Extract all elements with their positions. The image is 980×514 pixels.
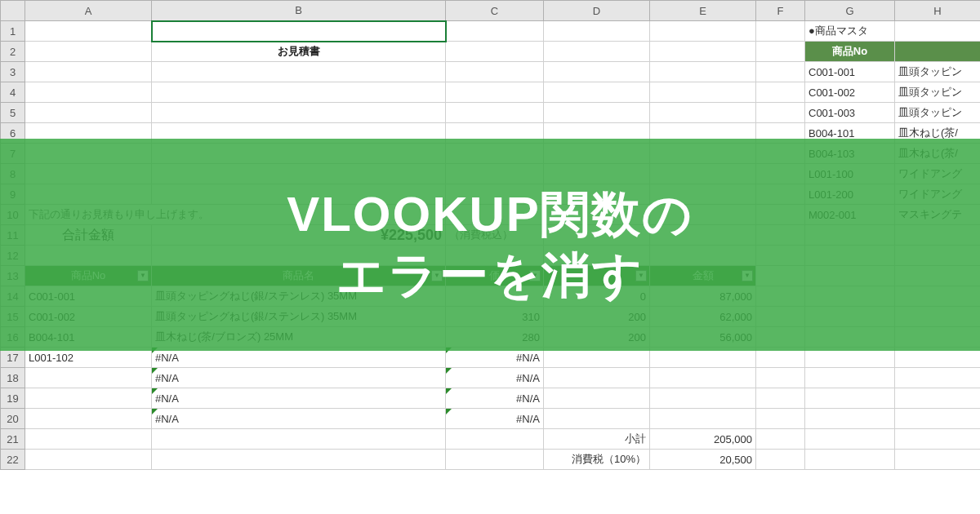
row-header[interactable]: 5 xyxy=(1,103,25,123)
cell[interactable] xyxy=(25,62,152,82)
cell[interactable] xyxy=(756,368,805,388)
cell[interactable] xyxy=(756,388,805,409)
cell[interactable] xyxy=(25,82,152,103)
master-no[interactable]: C001-001 xyxy=(805,62,895,82)
cell[interactable] xyxy=(25,103,152,123)
col-header-E[interactable]: E xyxy=(650,1,756,21)
cell[interactable] xyxy=(756,62,805,82)
col-header-B[interactable]: B xyxy=(152,1,446,21)
master-name[interactable]: 皿頭タッピン xyxy=(895,103,981,123)
subtotal-label[interactable]: 小計 xyxy=(544,429,650,450)
item-qty[interactable] xyxy=(544,368,650,388)
cell[interactable] xyxy=(805,388,895,409)
col-header-F[interactable]: F xyxy=(756,1,805,21)
row-header[interactable]: 22 xyxy=(1,450,25,470)
item-qty[interactable] xyxy=(544,388,650,409)
master-title[interactable]: ●商品マスタ xyxy=(805,21,895,42)
cell[interactable] xyxy=(152,429,446,450)
row-header[interactable]: 18 xyxy=(1,368,25,388)
cell[interactable] xyxy=(756,42,805,62)
item-amount[interactable] xyxy=(650,409,756,429)
cell[interactable] xyxy=(25,42,152,62)
row-header[interactable]: 21 xyxy=(1,429,25,450)
cell[interactable] xyxy=(756,450,805,470)
item-amount[interactable] xyxy=(650,368,756,388)
cell[interactable] xyxy=(446,450,544,470)
cell[interactable] xyxy=(544,62,650,82)
item-qty[interactable] xyxy=(544,409,650,429)
cell[interactable] xyxy=(895,368,981,388)
master-name[interactable]: 皿頭タッピン xyxy=(895,82,981,103)
cell[interactable] xyxy=(152,450,446,470)
row-header[interactable]: 20 xyxy=(1,409,25,429)
cell[interactable] xyxy=(650,62,756,82)
cell[interactable] xyxy=(152,82,446,103)
cell[interactable] xyxy=(446,21,544,42)
cell[interactable] xyxy=(544,103,650,123)
master-header-name[interactable] xyxy=(895,42,981,62)
cell[interactable] xyxy=(25,450,152,470)
col-header-H[interactable]: H xyxy=(895,1,981,21)
cell[interactable] xyxy=(895,409,981,429)
cell[interactable] xyxy=(805,409,895,429)
col-header-A[interactable]: A xyxy=(25,1,152,21)
cell[interactable] xyxy=(895,388,981,409)
tax-label[interactable]: 消費税（10%） xyxy=(544,450,650,470)
item-price-error[interactable]: #N/A xyxy=(446,388,544,409)
cell[interactable] xyxy=(805,450,895,470)
row-header[interactable]: 1 xyxy=(1,21,25,42)
cell[interactable] xyxy=(805,368,895,388)
tax-value[interactable]: 20,500 xyxy=(650,450,756,470)
item-price-error[interactable]: #N/A xyxy=(446,409,544,429)
cell[interactable] xyxy=(650,42,756,62)
master-name[interactable]: 皿頭タッピン xyxy=(895,62,981,82)
cell[interactable] xyxy=(446,42,544,62)
cell[interactable] xyxy=(895,21,981,42)
item-no[interactable] xyxy=(25,368,152,388)
item-amount[interactable] xyxy=(650,388,756,409)
cell[interactable] xyxy=(25,429,152,450)
col-header-D[interactable]: D xyxy=(544,1,650,21)
cell[interactable] xyxy=(650,82,756,103)
item-no[interactable] xyxy=(25,388,152,409)
cell[interactable] xyxy=(756,429,805,450)
item-name-error[interactable]: #N/A xyxy=(152,368,446,388)
cell[interactable] xyxy=(756,21,805,42)
cell[interactable] xyxy=(544,82,650,103)
cell[interactable] xyxy=(650,21,756,42)
row-header[interactable]: 3 xyxy=(1,62,25,82)
item-price-error[interactable]: #N/A xyxy=(446,368,544,388)
row-header[interactable]: 4 xyxy=(1,82,25,103)
cell[interactable] xyxy=(895,429,981,450)
cell[interactable] xyxy=(544,21,650,42)
cell[interactable] xyxy=(152,62,446,82)
cell[interactable] xyxy=(544,42,650,62)
item-name-error[interactable]: #N/A xyxy=(152,409,446,429)
cell[interactable] xyxy=(25,21,152,42)
select-all-corner[interactable] xyxy=(1,1,25,21)
doc-title[interactable]: お見積書 xyxy=(152,42,446,62)
cell[interactable] xyxy=(895,450,981,470)
subtotal-value[interactable]: 205,000 xyxy=(650,429,756,450)
cell[interactable] xyxy=(446,103,544,123)
cell[interactable] xyxy=(805,429,895,450)
master-no[interactable]: C001-002 xyxy=(805,82,895,103)
row-header[interactable]: 19 xyxy=(1,388,25,409)
cell[interactable] xyxy=(756,82,805,103)
cell[interactable] xyxy=(756,409,805,429)
cell-B1-selected[interactable] xyxy=(152,21,446,42)
cell[interactable] xyxy=(446,82,544,103)
cell[interactable] xyxy=(152,103,446,123)
item-no[interactable] xyxy=(25,409,152,429)
col-header-C[interactable]: C xyxy=(446,1,544,21)
cell[interactable] xyxy=(756,103,805,123)
cell[interactable] xyxy=(650,103,756,123)
overlay-line1: VLOOKUP関数の xyxy=(287,184,693,245)
master-no[interactable]: C001-003 xyxy=(805,103,895,123)
cell[interactable] xyxy=(446,429,544,450)
col-header-G[interactable]: G xyxy=(805,1,895,21)
master-header-no[interactable]: 商品No xyxy=(805,42,895,62)
cell[interactable] xyxy=(446,62,544,82)
row-header[interactable]: 2 xyxy=(1,42,25,62)
item-name-error[interactable]: #N/A xyxy=(152,388,446,409)
